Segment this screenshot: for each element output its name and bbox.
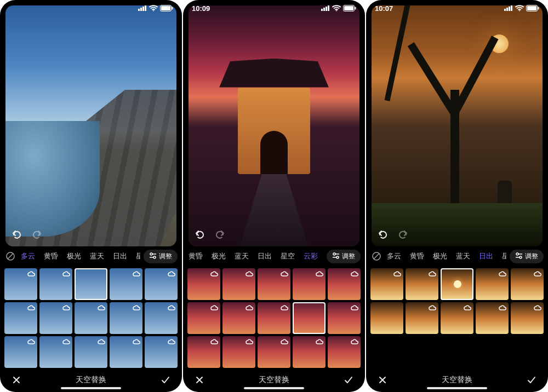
sky-thumbnail[interactable]	[476, 302, 509, 334]
undo-button[interactable]	[10, 228, 24, 242]
category-tab[interactable]: 云彩	[302, 250, 319, 262]
cellular-icon	[138, 5, 147, 11]
sky-thumbnail[interactable]	[75, 268, 107, 300]
category-tab[interactable]: 黄昏	[409, 250, 425, 262]
category-tab[interactable]: 蓝天	[89, 250, 105, 262]
sky-thumbnail[interactable]	[328, 268, 361, 300]
cloud-download-icon	[27, 304, 36, 313]
preview-area[interactable]	[5, 5, 176, 246]
sky-thumbnail[interactable]	[406, 268, 438, 300]
category-tab[interactable]: 星空	[279, 250, 296, 262]
sky-thumbnail[interactable]	[328, 336, 361, 368]
svg-point-21	[336, 256, 339, 258]
category-tab[interactable]: 多云	[20, 250, 36, 262]
sky-thumbnail[interactable]	[328, 302, 361, 334]
sky-thumbnail[interactable]	[145, 268, 178, 300]
adjust-button[interactable]: 调整	[510, 250, 544, 263]
adjust-icon	[332, 252, 340, 261]
redo-button[interactable]	[396, 228, 410, 242]
sky-thumbnail[interactable]	[39, 268, 72, 300]
tool-title: 天空替换	[390, 375, 524, 385]
home-indicator	[244, 387, 304, 389]
sky-thumbnail[interactable]	[476, 268, 509, 300]
sky-thumbnail[interactable]	[370, 268, 403, 300]
sky-thumbnail[interactable]	[75, 302, 107, 334]
sky-thumbnail[interactable]	[4, 336, 37, 368]
category-tab[interactable]: 多云	[386, 250, 402, 262]
history-controls	[376, 228, 410, 242]
battery-icon	[160, 5, 173, 11]
category-tab[interactable]: 蓝天	[233, 250, 250, 262]
none-filter-button[interactable]	[370, 250, 383, 262]
category-tab[interactable]: 极光	[66, 250, 82, 262]
sky-thumbnail[interactable]	[187, 268, 220, 300]
sky-thumbnail[interactable]	[145, 302, 178, 334]
sky-thumbnail[interactable]	[258, 268, 290, 300]
confirm-button[interactable]	[524, 372, 539, 388]
sky-thumbnail[interactable]	[187, 336, 220, 368]
none-filter-button[interactable]	[4, 250, 16, 262]
sky-thumbnail[interactable]	[222, 336, 255, 368]
confirm-button[interactable]	[158, 372, 173, 388]
sky-thumbnail[interactable]	[258, 302, 290, 334]
category-tab[interactable]: 星	[135, 250, 140, 262]
sky-thumbnail[interactable]	[441, 302, 473, 334]
sky-thumbnail[interactable]	[406, 302, 438, 334]
sky-thumbnail[interactable]	[187, 302, 220, 334]
adjust-button[interactable]: 调整	[327, 250, 361, 263]
category-tab[interactable]: 极光	[210, 250, 227, 262]
adjust-icon	[149, 252, 157, 261]
category-tab[interactable]: 日出	[256, 250, 273, 262]
sky-thumbnail[interactable]	[511, 268, 544, 300]
thumbnail-empty	[370, 336, 403, 368]
sky-thumbnail[interactable]	[222, 268, 255, 300]
category-tab[interactable]: 黄昏	[43, 250, 59, 262]
cancel-button[interactable]	[375, 372, 390, 388]
category-tab[interactable]: 黄昏	[187, 250, 204, 262]
svg-point-16	[336, 10, 337, 11]
sky-thumbnail[interactable]	[4, 268, 37, 300]
sky-thumbnail[interactable]	[293, 336, 326, 368]
cloud-download-icon	[132, 270, 141, 279]
redo-button[interactable]	[30, 228, 44, 242]
sky-thumbnail[interactable]	[441, 268, 473, 300]
svg-rect-15	[328, 5, 329, 11]
sky-thumbnail[interactable]	[222, 302, 255, 334]
sky-thumbnail[interactable]	[110, 268, 142, 300]
cancel-button[interactable]	[9, 372, 24, 388]
category-tab[interactable]: 极光	[432, 250, 448, 262]
cancel-button[interactable]	[192, 372, 207, 388]
sky-thumbnail[interactable]	[293, 268, 326, 300]
sky-thumbnail[interactable]	[145, 336, 178, 368]
confirm-button[interactable]	[341, 372, 356, 388]
preview-area[interactable]	[372, 5, 543, 246]
sky-thumbnail[interactable]	[293, 302, 326, 334]
sky-thumbnail[interactable]	[75, 336, 107, 368]
sky-thumbnail[interactable]	[258, 336, 290, 368]
sky-thumbnail[interactable]	[39, 336, 72, 368]
undo-button[interactable]	[193, 228, 207, 242]
sky-thumbnail[interactable]	[370, 302, 403, 334]
cloud-download-icon	[62, 304, 71, 313]
category-tab[interactable]: 日出	[478, 250, 494, 262]
sky-thumbnail[interactable]	[511, 302, 544, 334]
history-controls	[10, 228, 44, 242]
sky-thumbnail[interactable]	[110, 336, 142, 368]
svg-point-26	[519, 10, 520, 11]
sky-thumbnail[interactable]	[39, 302, 72, 334]
sky-thumbnail[interactable]	[110, 302, 142, 334]
svg-rect-18	[344, 6, 353, 10]
category-tab[interactable]: 日出	[112, 250, 128, 262]
category-tab[interactable]: 蓝天	[455, 250, 471, 262]
preview-area[interactable]	[189, 5, 359, 246]
cellular-icon	[321, 5, 330, 11]
sky-thumbnail[interactable]	[4, 302, 37, 334]
home-indicator	[61, 387, 121, 389]
category-tab[interactable]: 星	[501, 250, 506, 262]
preview-image	[5, 5, 176, 246]
adjust-button[interactable]: 调整	[144, 250, 178, 263]
cloud-download-icon	[393, 270, 402, 279]
undo-button[interactable]	[376, 228, 390, 242]
redo-button[interactable]	[213, 228, 227, 242]
cloud-download-icon	[97, 338, 106, 347]
